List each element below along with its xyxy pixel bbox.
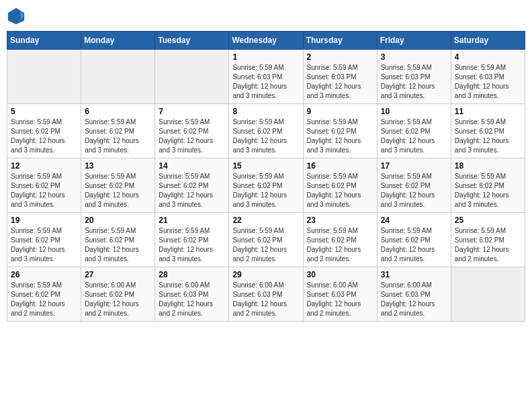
header-tuesday: Tuesday	[155, 32, 229, 50]
calendar-cell: 24Sunrise: 5:59 AM Sunset: 6:02 PM Dayli…	[377, 213, 451, 267]
calendar-cell: 5Sunrise: 5:59 AM Sunset: 6:02 PM Daylig…	[7, 104, 81, 158]
day-number: 7	[159, 107, 225, 116]
calendar-cell: 23Sunrise: 5:59 AM Sunset: 6:02 PM Dayli…	[303, 213, 377, 267]
header-sunday: Sunday	[7, 32, 81, 50]
day-info: Sunrise: 5:59 AM Sunset: 6:02 PM Dayligh…	[159, 226, 225, 264]
calendar-cell	[81, 50, 155, 104]
day-info: Sunrise: 5:59 AM Sunset: 6:02 PM Dayligh…	[11, 226, 77, 264]
day-number: 31	[381, 270, 447, 279]
day-info: Sunrise: 5:59 AM Sunset: 6:02 PM Dayligh…	[455, 118, 521, 155]
calendar-cell	[155, 50, 229, 104]
day-info: Sunrise: 6:00 AM Sunset: 6:03 PM Dayligh…	[381, 281, 447, 318]
day-number: 26	[11, 270, 77, 279]
header-thursday: Thursday	[303, 32, 377, 50]
day-info: Sunrise: 5:59 AM Sunset: 6:02 PM Dayligh…	[11, 118, 77, 155]
day-info: Sunrise: 5:59 AM Sunset: 6:02 PM Dayligh…	[307, 118, 373, 155]
day-number: 20	[85, 216, 151, 225]
calendar-cell: 8Sunrise: 5:59 AM Sunset: 6:02 PM Daylig…	[229, 104, 303, 158]
calendar-cell: 10Sunrise: 5:59 AM Sunset: 6:02 PM Dayli…	[377, 104, 451, 158]
day-info: Sunrise: 5:59 AM Sunset: 6:02 PM Dayligh…	[455, 172, 521, 210]
day-number: 4	[455, 52, 521, 62]
day-info: Sunrise: 5:59 AM Sunset: 6:02 PM Dayligh…	[85, 118, 151, 155]
calendar-cell: 16Sunrise: 5:59 AM Sunset: 6:02 PM Dayli…	[303, 158, 377, 213]
day-number: 16	[307, 161, 373, 171]
day-info: Sunrise: 6:00 AM Sunset: 6:03 PM Dayligh…	[307, 281, 373, 318]
day-number: 9	[307, 107, 373, 116]
day-info: Sunrise: 5:59 AM Sunset: 6:02 PM Dayligh…	[381, 172, 447, 210]
day-number: 11	[455, 107, 521, 116]
day-info: Sunrise: 5:59 AM Sunset: 6:02 PM Dayligh…	[381, 226, 447, 264]
day-number: 23	[307, 216, 373, 225]
calendar-week-row: 26Sunrise: 5:59 AM Sunset: 6:02 PM Dayli…	[7, 267, 525, 322]
day-number: 8	[232, 107, 299, 116]
calendar-cell: 14Sunrise: 5:59 AM Sunset: 6:02 PM Dayli…	[155, 158, 229, 213]
day-number: 17	[381, 161, 447, 171]
day-info: Sunrise: 5:59 AM Sunset: 6:03 PM Dayligh…	[381, 63, 447, 101]
day-number: 10	[381, 107, 447, 116]
calendar-week-row: 12Sunrise: 5:59 AM Sunset: 6:02 PM Dayli…	[7, 158, 525, 213]
calendar-cell: 26Sunrise: 5:59 AM Sunset: 6:02 PM Dayli…	[7, 267, 81, 322]
calendar-table: SundayMondayTuesdayWednesdayThursdayFrid…	[7, 31, 525, 322]
day-info: Sunrise: 5:59 AM Sunset: 6:02 PM Dayligh…	[455, 226, 521, 264]
day-info: Sunrise: 6:00 AM Sunset: 6:02 PM Dayligh…	[85, 281, 151, 318]
day-info: Sunrise: 5:59 AM Sunset: 6:02 PM Dayligh…	[232, 226, 299, 264]
day-info: Sunrise: 5:59 AM Sunset: 6:02 PM Dayligh…	[232, 172, 299, 210]
day-number: 22	[232, 216, 299, 225]
day-info: Sunrise: 6:00 AM Sunset: 6:03 PM Dayligh…	[232, 281, 299, 318]
header-saturday: Saturday	[451, 32, 525, 50]
day-number: 25	[455, 216, 521, 225]
day-number: 18	[455, 161, 521, 171]
day-info: Sunrise: 5:59 AM Sunset: 6:03 PM Dayligh…	[307, 63, 373, 101]
day-number: 28	[159, 270, 225, 279]
day-number: 27	[85, 270, 151, 279]
calendar-cell: 28Sunrise: 6:00 AM Sunset: 6:03 PM Dayli…	[155, 267, 229, 322]
calendar-cell: 13Sunrise: 5:59 AM Sunset: 6:02 PM Dayli…	[81, 158, 155, 213]
calendar-cell: 3Sunrise: 5:59 AM Sunset: 6:03 PM Daylig…	[377, 50, 451, 104]
day-number: 13	[85, 161, 151, 171]
calendar-cell: 2Sunrise: 5:59 AM Sunset: 6:03 PM Daylig…	[303, 50, 377, 104]
calendar-cell: 4Sunrise: 5:59 AM Sunset: 6:03 PM Daylig…	[451, 50, 525, 104]
day-number: 14	[159, 161, 225, 171]
day-info: Sunrise: 5:59 AM Sunset: 6:02 PM Dayligh…	[232, 118, 299, 155]
calendar-header-row: SundayMondayTuesdayWednesdayThursdayFrid…	[7, 32, 525, 50]
calendar-cell: 27Sunrise: 6:00 AM Sunset: 6:02 PM Dayli…	[81, 267, 155, 322]
calendar-cell: 31Sunrise: 6:00 AM Sunset: 6:03 PM Dayli…	[377, 267, 451, 322]
calendar-cell: 25Sunrise: 5:59 AM Sunset: 6:02 PM Dayli…	[451, 213, 525, 267]
day-info: Sunrise: 5:59 AM Sunset: 6:02 PM Dayligh…	[11, 281, 77, 318]
calendar-cell: 30Sunrise: 6:00 AM Sunset: 6:03 PM Dayli…	[303, 267, 377, 322]
day-number: 2	[307, 52, 373, 62]
day-info: Sunrise: 5:59 AM Sunset: 6:02 PM Dayligh…	[159, 172, 225, 210]
calendar-cell	[7, 50, 81, 104]
day-info: Sunrise: 5:59 AM Sunset: 6:03 PM Dayligh…	[232, 63, 299, 101]
calendar-cell: 22Sunrise: 5:59 AM Sunset: 6:02 PM Dayli…	[229, 213, 303, 267]
calendar-cell: 20Sunrise: 5:59 AM Sunset: 6:02 PM Dayli…	[81, 213, 155, 267]
calendar-cell: 7Sunrise: 5:59 AM Sunset: 6:02 PM Daylig…	[155, 104, 229, 158]
day-info: Sunrise: 5:59 AM Sunset: 6:02 PM Dayligh…	[159, 118, 225, 155]
calendar-cell: 17Sunrise: 5:59 AM Sunset: 6:02 PM Dayli…	[377, 158, 451, 213]
calendar-cell: 12Sunrise: 5:59 AM Sunset: 6:02 PM Dayli…	[7, 158, 81, 213]
day-number: 19	[11, 216, 77, 225]
day-info: Sunrise: 5:59 AM Sunset: 6:02 PM Dayligh…	[85, 226, 151, 264]
logo	[7, 7, 28, 26]
calendar-week-row: 5Sunrise: 5:59 AM Sunset: 6:02 PM Daylig…	[7, 104, 525, 158]
calendar-cell: 11Sunrise: 5:59 AM Sunset: 6:02 PM Dayli…	[451, 104, 525, 158]
day-info: Sunrise: 5:59 AM Sunset: 6:02 PM Dayligh…	[381, 118, 447, 155]
calendar-cell: 1Sunrise: 5:59 AM Sunset: 6:03 PM Daylig…	[229, 50, 303, 104]
day-number: 15	[232, 161, 299, 171]
calendar-week-row: 1Sunrise: 5:59 AM Sunset: 6:03 PM Daylig…	[7, 50, 525, 104]
calendar-cell: 9Sunrise: 5:59 AM Sunset: 6:02 PM Daylig…	[303, 104, 377, 158]
day-info: Sunrise: 5:59 AM Sunset: 6:02 PM Dayligh…	[85, 172, 151, 210]
day-number: 21	[159, 216, 225, 225]
calendar-cell	[451, 267, 525, 322]
page-header	[7, 7, 525, 26]
day-number: 30	[307, 270, 373, 279]
day-number: 29	[232, 270, 299, 279]
calendar-cell: 6Sunrise: 5:59 AM Sunset: 6:02 PM Daylig…	[81, 104, 155, 158]
header-wednesday: Wednesday	[229, 32, 303, 50]
header-monday: Monday	[81, 32, 155, 50]
day-number: 24	[381, 216, 447, 225]
day-info: Sunrise: 5:59 AM Sunset: 6:02 PM Dayligh…	[11, 172, 77, 210]
calendar-cell: 15Sunrise: 5:59 AM Sunset: 6:02 PM Dayli…	[229, 158, 303, 213]
day-number: 1	[232, 52, 299, 62]
day-number: 12	[11, 161, 77, 171]
